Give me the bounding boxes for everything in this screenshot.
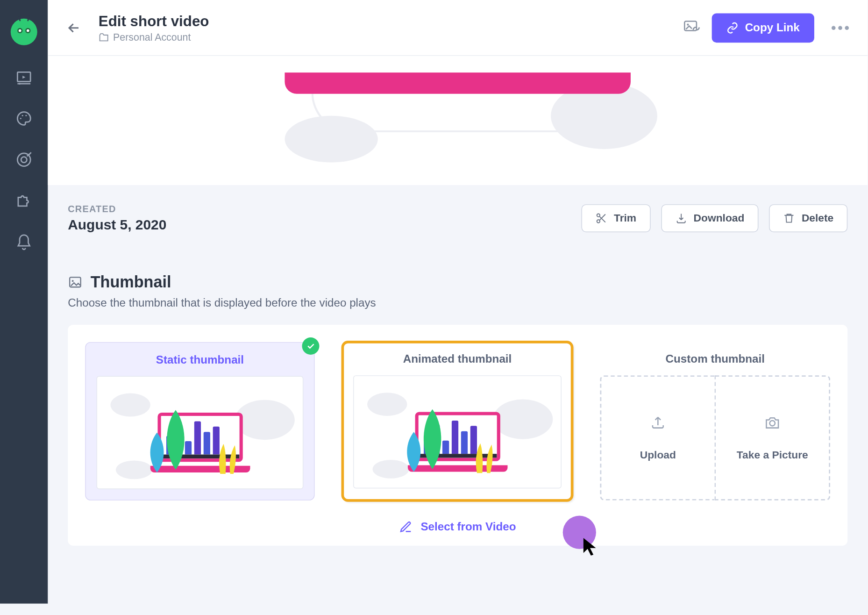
image-link-icon[interactable] [684, 20, 700, 36]
thumbnail-panel: Static thumbnail [68, 325, 847, 546]
svg-point-3 [22, 115, 23, 116]
delete-button[interactable]: Delete [769, 204, 847, 232]
trim-label: Trim [614, 212, 636, 224]
thumbnail-section-header: Thumbnail [68, 273, 847, 292]
thumbnail-title: Thumbnail [91, 273, 171, 292]
more-menu-button[interactable] [826, 20, 854, 35]
check-icon [302, 337, 319, 355]
static-thumbnail-card[interactable]: Static thumbnail [85, 342, 314, 501]
select-from-video-label: Select from Video [420, 521, 516, 534]
static-thumbnail-preview [96, 376, 303, 489]
upload-button[interactable]: Upload [600, 375, 714, 501]
custom-thumbnail-label: Custom thumbnail [600, 353, 830, 366]
download-button[interactable]: Download [661, 204, 759, 232]
static-thumbnail-label: Static thumbnail [96, 353, 303, 366]
svg-point-10 [597, 220, 599, 222]
take-picture-button[interactable]: Take a Picture [714, 375, 830, 501]
select-from-video-link[interactable]: Select from Video [85, 521, 830, 534]
svg-point-6 [21, 157, 27, 163]
trim-button[interactable]: Trim [581, 204, 650, 232]
back-button[interactable] [61, 15, 86, 40]
animated-thumbnail-card[interactable]: Animated thumbnail [342, 342, 572, 501]
main-area: Edit short video Personal Account Copy L… [48, 0, 868, 604]
svg-point-13 [770, 421, 775, 426]
puzzle-icon[interactable] [14, 192, 33, 210]
breadcrumb-label: Personal Account [113, 31, 191, 43]
svg-point-9 [597, 214, 599, 216]
cursor-icon [582, 536, 599, 557]
target-icon[interactable] [14, 150, 33, 169]
custom-thumbnail-column: Custom thumbnail Upload Take a Picture [600, 342, 830, 501]
animated-thumbnail-label: Animated thumbnail [353, 353, 562, 366]
copy-link-label: Copy Link [745, 21, 800, 34]
thumbnail-description: Choose the thumbnail that is displayed b… [68, 297, 847, 310]
copy-link-button[interactable]: Copy Link [711, 13, 814, 43]
app-logo[interactable] [11, 19, 37, 45]
svg-point-12 [72, 280, 74, 282]
upload-label: Upload [640, 449, 676, 461]
header: Edit short video Personal Account Copy L… [48, 0, 868, 56]
svg-point-8 [687, 23, 689, 25]
breadcrumb[interactable]: Personal Account [99, 31, 209, 43]
delete-label: Delete [802, 212, 833, 224]
videos-icon[interactable] [14, 68, 33, 86]
created-date: August 5, 2020 [68, 217, 166, 233]
palette-icon[interactable] [14, 109, 33, 128]
animated-thumbnail-preview [353, 375, 562, 488]
svg-point-2 [20, 118, 21, 119]
created-label: CREATED [68, 204, 166, 215]
svg-point-4 [25, 115, 27, 116]
page-title: Edit short video [99, 13, 209, 30]
take-picture-label: Take a Picture [737, 449, 808, 461]
video-preview [48, 56, 868, 185]
download-label: Download [694, 212, 745, 224]
sidebar [0, 0, 48, 604]
bell-icon[interactable] [14, 233, 33, 251]
